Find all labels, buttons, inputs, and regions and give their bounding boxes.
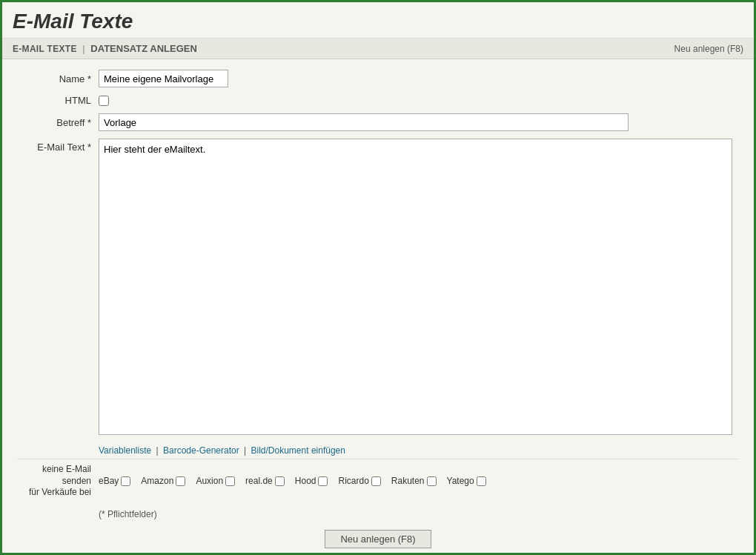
html-checkbox[interactable] — [99, 96, 109, 106]
marketplace-checkbox-rakuten[interactable] — [427, 476, 437, 486]
name-label: Name * — [17, 73, 99, 84]
marketplace-item-real: real.de — [245, 476, 285, 486]
marketplace-checkbox-ebay[interactable] — [121, 476, 130, 486]
marketplace-label-ebay: eBay — [99, 476, 119, 486]
breadcrumb-main: E-MAIL TEXTE — [13, 44, 77, 54]
html-label: HTML — [17, 95, 99, 106]
email-text-textarea[interactable]: Hier steht der eMailtext. — [99, 139, 732, 435]
marketplace-item-hood: Hood — [295, 476, 328, 486]
links-row: Variablenliste | Barcode-Generator | Bil… — [17, 442, 739, 459]
page-title: E-Mail Texte — [13, 10, 133, 33]
variablenliste-link[interactable]: Variablenliste — [99, 445, 151, 456]
marketplace-label-auxion: Auxion — [196, 476, 223, 486]
marketplace-label-ricardo: Ricardo — [338, 476, 368, 486]
bild-dokument-link[interactable]: Bild/Dokument einfügen — [251, 445, 345, 456]
email-text-label: E-Mail Text * — [17, 139, 99, 153]
pflichtfelder-row: (* Pflichtfelder) — [17, 508, 739, 525]
marketplace-label-real: real.de — [245, 476, 273, 486]
pflichtfelder-text: (* Pflichtfelder) — [99, 509, 157, 519]
form-area: Name * HTML Betreff * E-Mail Text * Hier… — [2, 59, 754, 555]
name-row: Name * — [17, 70, 739, 87]
breadcrumb-action: DATENSATZ ANLEGEN — [90, 43, 196, 54]
breadcrumb-bar: E-MAIL TEXTE | DATENSATZ ANLEGEN Neu anl… — [2, 39, 754, 59]
marketplace-label-amazon: Amazon — [141, 476, 173, 486]
marketplace-label-yatego: Yatego — [447, 476, 474, 486]
breadcrumb: E-MAIL TEXTE | DATENSATZ ANLEGEN — [13, 43, 197, 54]
submit-row: Neu anlegen (F8) — [17, 525, 739, 553]
marketplace-list: eBay Amazon Auxion real.de Hood — [99, 476, 494, 486]
marketplace-item-yatego: Yatego — [447, 476, 486, 486]
betreff-input[interactable] — [99, 113, 629, 131]
marketplace-item-rakuten: Rakuten — [391, 476, 437, 486]
betreff-row: Betreff * — [17, 113, 739, 131]
page-title-bar: E-Mail Texte — [2, 2, 754, 39]
no-email-section: keine E-Mail sendenfür Verkäufe bei eBay… — [17, 459, 739, 503]
marketplace-item-amazon: Amazon — [141, 476, 185, 486]
breadcrumb-separator: | — [82, 43, 87, 54]
marketplace-item-ebay: eBay — [99, 476, 130, 486]
marketplace-label-rakuten: Rakuten — [391, 476, 425, 486]
marketplace-item-auxion: Auxion — [196, 476, 235, 486]
marketplace-checkbox-auxion[interactable] — [225, 476, 235, 486]
marketplace-checkbox-real[interactable] — [275, 476, 285, 486]
marketplace-checkbox-ricardo[interactable] — [371, 476, 381, 486]
barcode-generator-link[interactable]: Barcode-Generator — [163, 445, 239, 456]
marketplace-label-hood: Hood — [295, 476, 316, 486]
no-email-label: keine E-Mail sendenfür Verkäufe bei — [17, 464, 99, 499]
betreff-label: Betreff * — [17, 117, 99, 128]
marketplace-checkbox-yatego[interactable] — [477, 476, 486, 486]
marketplace-checkbox-amazon[interactable] — [176, 476, 185, 486]
name-input[interactable] — [99, 70, 228, 87]
html-row: HTML — [17, 95, 739, 106]
submit-button[interactable]: Neu anlegen (F8) — [325, 530, 431, 548]
email-text-row: E-Mail Text * Hier steht der eMailtext. — [17, 139, 739, 435]
marketplace-checkbox-hood[interactable] — [318, 476, 328, 486]
marketplace-item-ricardo: Ricardo — [338, 476, 380, 486]
new-record-shortcut[interactable]: Neu anlegen (F8) — [674, 44, 743, 54]
